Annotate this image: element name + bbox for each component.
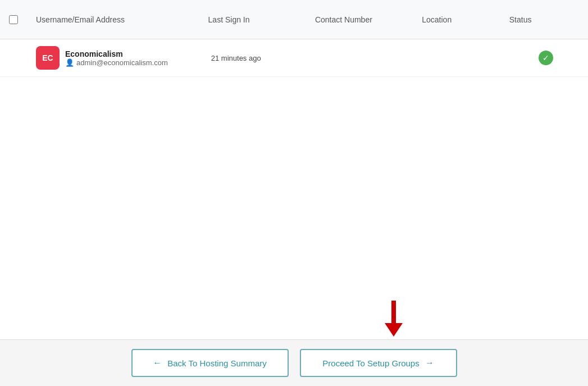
proceed-button[interactable]: Proceed To Setup Groups →: [300, 349, 457, 377]
back-button[interactable]: ← Back To Hosting Summary: [131, 349, 289, 377]
status-active-icon: ✓: [539, 51, 553, 65]
back-button-label: Back To Hosting Summary: [167, 358, 266, 368]
arrow-indicator: [385, 301, 403, 337]
col-header-status: Status: [505, 15, 579, 24]
user-icon: 👤: [65, 58, 74, 67]
user-info-cell: EC Economicalism 👤 admin@economicalism.c…: [31, 46, 207, 70]
table-row: EC Economicalism 👤 admin@economicalism.c…: [0, 39, 588, 77]
arrow-shaft: [391, 301, 396, 323]
arrow-down: [385, 323, 403, 337]
table-header: Username/Email Address Last Sign In Cont…: [0, 0, 588, 39]
select-all-checkbox[interactable]: [9, 15, 18, 24]
back-arrow-icon: ←: [153, 358, 162, 368]
col-header-location: Location: [417, 15, 504, 24]
user-name: Economicalism: [65, 49, 168, 58]
bottom-bar: ← Back To Hosting Summary Proceed To Set…: [0, 339, 588, 386]
proceed-arrow-icon: →: [425, 358, 434, 368]
avatar: EC: [36, 46, 60, 70]
cell-status: ✓: [513, 51, 579, 65]
cell-lastsign: 21 minutes ago: [207, 54, 315, 62]
user-email: 👤 admin@economicalism.com: [65, 58, 168, 67]
col-header-username: Username/Email Address: [31, 15, 204, 24]
col-header-contact: Contact Number: [311, 15, 417, 24]
col-header-lastsign: Last Sign In: [204, 15, 311, 24]
select-all-checkbox-wrapper[interactable]: [9, 15, 31, 24]
table-body: EC Economicalism 👤 admin@economicalism.c…: [0, 39, 588, 339]
user-details: Economicalism 👤 admin@economicalism.com: [65, 49, 168, 67]
main-content: Username/Email Address Last Sign In Cont…: [0, 0, 588, 339]
proceed-button-label: Proceed To Setup Groups: [322, 358, 419, 368]
user-email-text: admin@economicalism.com: [76, 58, 168, 67]
